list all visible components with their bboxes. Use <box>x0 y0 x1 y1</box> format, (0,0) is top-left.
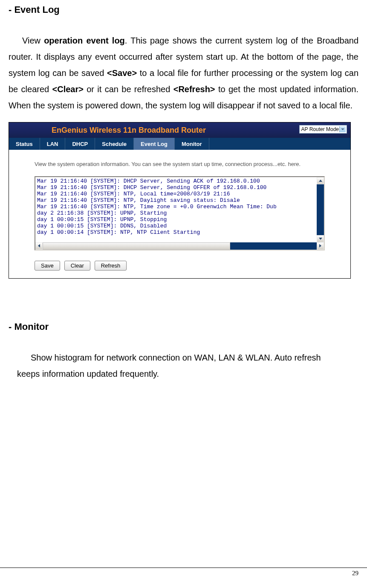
mode-dropdown[interactable]: AP Router Mode <box>299 125 347 134</box>
banner: EnGenius Wireless 11n Broadband Router A… <box>9 122 350 138</box>
tab-schedule[interactable]: Schedule <box>95 138 134 150</box>
save-button[interactable]: Save <box>35 261 60 271</box>
text-bold: <Save> <box>107 68 137 78</box>
tab-status[interactable]: Status <box>9 138 40 150</box>
scroll-down-button[interactable] <box>317 235 324 242</box>
button-row: Save Clear Refresh <box>35 261 325 271</box>
monitor-paragraph: Show histogram for network connection on… <box>17 349 350 382</box>
log-content: Mar 19 21:16:40 [SYSTEM]: DHCP Server, S… <box>35 177 324 236</box>
scroll-up-button[interactable] <box>317 177 324 184</box>
event-log-paragraph: View operation event log. This page show… <box>9 32 358 114</box>
log-line: Mar 19 21:16:40 [SYSTEM]: DHCP Server, S… <box>37 184 322 191</box>
log-line: day 2 21:16:38 [SYSTEM]: UPNP, Starting <box>37 210 322 216</box>
arrow-up-icon <box>319 180 322 182</box>
scroll-track[interactable] <box>317 184 324 235</box>
log-line: Mar 19 21:16:40 [SYSTEM]: NTP, Local tim… <box>37 191 322 197</box>
heading-event-log: - Event Log <box>9 4 358 15</box>
text-bold: <Refresh> <box>173 84 215 94</box>
mode-dropdown-value: AP Router Mode <box>301 126 339 132</box>
tab-event-log[interactable]: Event Log <box>134 138 175 150</box>
text: or it can be refreshed <box>84 84 173 94</box>
arrow-right-icon <box>319 244 321 247</box>
horizontal-scrollbar[interactable] <box>35 242 324 250</box>
log-line: Mar 19 21:16:40 [SYSTEM]: NTP, Time zone… <box>37 204 322 210</box>
log-line: day 1 00:00:15 [SYSTEM]: DDNS, Disabled <box>37 223 322 229</box>
heading-monitor: - Monitor <box>9 321 358 332</box>
vertical-scrollbar[interactable] <box>317 177 324 242</box>
text: keeps information updated frequently. <box>17 366 350 382</box>
scroll-thumb[interactable] <box>43 242 230 250</box>
scroll-left-button[interactable] <box>35 242 43 250</box>
scroll-right-button[interactable] <box>317 242 324 250</box>
banner-title: EnGenius Wireless 11n Broadband Router <box>52 126 206 135</box>
text: View <box>22 36 44 45</box>
router-admin-screenshot: EnGenius Wireless 11n Broadband Router A… <box>9 122 351 279</box>
refresh-button[interactable]: Refresh <box>95 261 127 271</box>
admin-description: View the system operation information. Y… <box>35 160 325 169</box>
log-line: Mar 19 21:16:40 [SYSTEM]: NTP, Daylight … <box>37 197 322 204</box>
admin-body: View the system operation information. Y… <box>9 150 350 278</box>
log-line: Mar 19 21:16:40 [SYSTEM]: DHCP Server, S… <box>37 178 322 184</box>
arrow-left-icon <box>38 244 40 247</box>
event-log-textarea[interactable]: Mar 19 21:16:40 [SYSTEM]: DHCP Server, S… <box>35 176 325 250</box>
tab-monitor[interactable]: Monitor <box>175 138 209 150</box>
nav-tabs: Status LAN DHCP Schedule Event Log Monit… <box>9 138 350 150</box>
page-number: 29 <box>0 568 367 581</box>
arrow-down-icon <box>319 238 322 240</box>
tab-dhcp[interactable]: DHCP <box>65 138 95 150</box>
tab-lan[interactable]: LAN <box>40 138 66 150</box>
text-bold: <Clear> <box>52 84 84 94</box>
log-line: day 1 00:00:14 [SYSTEM]: NTP, NTP Client… <box>37 229 322 236</box>
text-bold: operation event log <box>44 36 125 45</box>
log-line: day 1 00:00:15 [SYSTEM]: UPNP, Stopping <box>37 216 322 223</box>
scroll-track[interactable] <box>43 242 317 250</box>
chevron-down-icon <box>341 128 344 130</box>
clear-button[interactable]: Clear <box>64 261 90 271</box>
text: Show histogram for network connection on… <box>17 349 350 366</box>
